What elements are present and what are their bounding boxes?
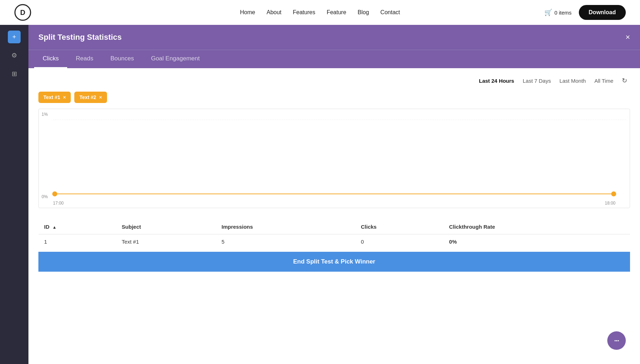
modal-overlay: Split Testing Statistics × Clicks Reads … — [28, 25, 640, 364]
add-button[interactable]: + — [8, 31, 21, 43]
chart-x-end: 18:00 — [605, 201, 615, 206]
row-clickthrough-rate: 0% — [443, 234, 630, 249]
filter-tag-text1-close[interactable]: × — [63, 94, 66, 100]
filter-tag-text2[interactable]: Text #2 × — [74, 92, 107, 103]
cart-area[interactable]: 🛒 0 items — [544, 9, 571, 16]
chart-y-label-top: 1% — [42, 112, 48, 117]
chart-container: 1% 0% 17:00 18:00 — [38, 109, 630, 208]
stats-table: ID ▲ Subject Impressions Clicks Clickthr… — [38, 219, 630, 249]
chart-line — [53, 194, 615, 194]
sidebar: + ⚙ ⊞ — [0, 25, 28, 364]
tab-clicks[interactable]: Clicks — [34, 50, 67, 68]
modal-title: Split Testing Statistics — [38, 33, 122, 42]
chart-x-start: 17:00 — [53, 201, 64, 206]
sort-arrow-id: ▲ — [52, 225, 57, 230]
chat-bubble[interactable]: ··· — [607, 331, 626, 350]
download-button[interactable]: Download — [579, 5, 626, 20]
table-row: 1 Text #1 5 0 0% — [38, 234, 630, 249]
chart-dot-left — [52, 191, 57, 196]
end-split-test-button[interactable]: End Split Test & Pick Winner — [38, 252, 630, 272]
row-subject: Text #1 — [116, 234, 216, 249]
chart-grid-top — [53, 120, 626, 120]
filter-tag-text2-close[interactable]: × — [99, 94, 102, 100]
chart-y-label-bottom: 0% — [42, 194, 48, 199]
nav-about[interactable]: About — [267, 9, 282, 15]
gear-icon: ⚙ — [11, 51, 17, 59]
site-logo: D — [14, 4, 31, 21]
refresh-button[interactable]: ↻ — [622, 77, 627, 85]
col-impressions: Impressions — [216, 219, 355, 234]
modal-close-button[interactable]: × — [625, 33, 630, 41]
col-clickthrough-rate: Clickthrough Rate — [443, 219, 630, 234]
nav-links: Home About Features Feature Blog Contact — [240, 9, 400, 16]
nav-blog[interactable]: Blog — [358, 9, 369, 15]
cart-icon: 🛒 — [544, 9, 552, 16]
filter-tag-text1[interactable]: Text #1 × — [38, 92, 71, 103]
cart-count: 0 items — [554, 10, 571, 16]
nav-right: 🛒 0 items Download — [544, 5, 626, 20]
nav-features[interactable]: Features — [293, 9, 315, 15]
grid-icon: ⊞ — [12, 70, 17, 78]
time-all-time[interactable]: All Time — [594, 78, 613, 84]
col-clicks: Clicks — [355, 219, 443, 234]
top-navigation: D Home About Features Feature Blog Conta… — [0, 0, 640, 25]
filter-tag-text2-label: Text #2 — [79, 94, 96, 100]
time-last-month[interactable]: Last Month — [559, 78, 586, 84]
tab-goal-engagement[interactable]: Goal Engagement — [143, 50, 208, 68]
svg-text:D: D — [20, 9, 25, 16]
tab-reads[interactable]: Reads — [67, 50, 102, 68]
col-id[interactable]: ID ▲ — [38, 219, 116, 234]
nav-home[interactable]: Home — [240, 9, 255, 15]
filter-tags: Text #1 × Text #2 × — [38, 92, 630, 103]
tab-bounces[interactable]: Bounces — [102, 50, 142, 68]
modal-body: Last 24 Hours Last 7 Days Last Month All… — [28, 68, 640, 280]
modal-header: Split Testing Statistics × — [28, 25, 640, 50]
nav-contact[interactable]: Contact — [380, 9, 400, 15]
col-subject: Subject — [116, 219, 216, 234]
add-icon: + — [12, 33, 16, 41]
table-header-row: ID ▲ Subject Impressions Clicks Clickthr… — [38, 219, 630, 234]
chart-dot-right — [611, 191, 616, 196]
tabs-bar: Clicks Reads Bounces Goal Engagement — [28, 50, 640, 68]
chart-x-labels: 17:00 18:00 — [53, 201, 615, 206]
row-id: 1 — [38, 234, 116, 249]
filter-tag-text1-label: Text #1 — [43, 94, 60, 100]
nav-feature[interactable]: Feature — [327, 9, 346, 15]
time-last-24h[interactable]: Last 24 Hours — [479, 78, 514, 84]
row-impressions: 5 — [216, 234, 355, 249]
row-clicks: 0 — [355, 234, 443, 249]
split-testing-modal: Split Testing Statistics × Clicks Reads … — [28, 25, 640, 364]
grid-button[interactable]: ⊞ — [8, 67, 21, 80]
time-last-7-days[interactable]: Last 7 Days — [523, 78, 551, 84]
settings-button[interactable]: ⚙ — [8, 49, 21, 62]
chat-icon: ··· — [614, 337, 619, 345]
time-filter: Last 24 Hours Last 7 Days Last Month All… — [38, 77, 630, 85]
